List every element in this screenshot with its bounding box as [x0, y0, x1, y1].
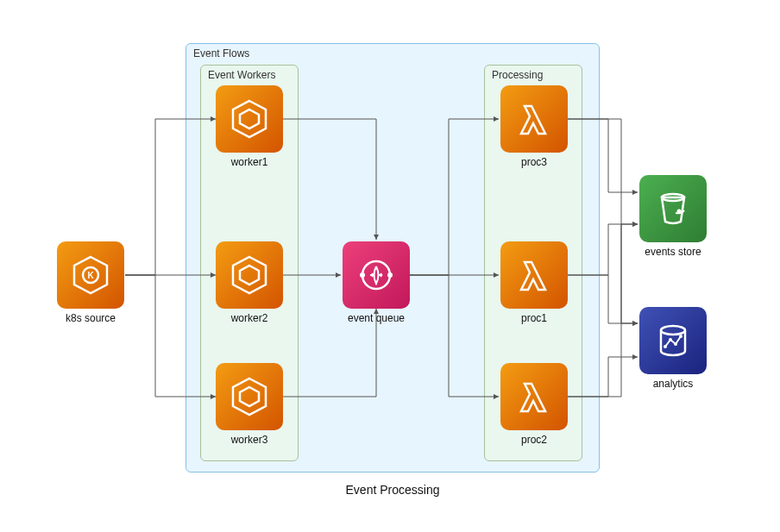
node-events-store: events store [639, 175, 707, 258]
group-event-flows-label: Event Flows [193, 47, 249, 59]
lambda-icon [500, 85, 568, 153]
eventbridge-icon [343, 241, 410, 309]
s3-icon [639, 175, 707, 242]
node-proc3-label: proc3 [500, 156, 568, 168]
svg-point-10 [360, 272, 365, 278]
svg-point-16 [669, 338, 672, 341]
ecs-icon [216, 363, 283, 430]
node-analytics: analytics [639, 307, 707, 390]
node-worker3: worker3 [216, 363, 283, 446]
node-k8s-source-label: k8s source [57, 312, 124, 324]
svg-marker-3 [233, 101, 266, 137]
ecs-icon [216, 85, 283, 153]
node-event-queue: event queue [343, 241, 410, 324]
node-worker3-label: worker3 [216, 434, 283, 446]
lambda-icon [500, 363, 568, 430]
node-proc2-label: proc2 [500, 434, 568, 446]
ecs-icon [216, 241, 283, 309]
node-event-queue-label: event queue [343, 312, 410, 324]
svg-point-18 [679, 335, 682, 338]
svg-marker-8 [240, 387, 259, 406]
node-worker1-label: worker1 [216, 156, 283, 168]
svg-point-17 [674, 342, 677, 346]
group-event-workers-label: Event Workers [208, 69, 275, 81]
svg-marker-7 [233, 379, 266, 415]
svg-marker-4 [240, 110, 259, 128]
node-worker2-label: worker2 [216, 312, 283, 324]
node-proc1-label: proc1 [500, 312, 568, 324]
lambda-icon [500, 241, 568, 309]
group-processing-label: Processing [492, 69, 543, 81]
svg-marker-6 [240, 266, 259, 285]
node-proc1: proc1 [500, 241, 568, 324]
svg-point-11 [387, 272, 393, 278]
eks-icon: K [57, 241, 124, 309]
node-analytics-label: analytics [639, 378, 707, 390]
node-worker1: worker1 [216, 85, 283, 168]
node-proc2: proc2 [500, 363, 568, 446]
svg-point-14 [661, 326, 685, 335]
svg-text:K: K [87, 271, 94, 280]
node-k8s-source: K k8s source [57, 241, 124, 324]
node-proc3: proc3 [500, 85, 568, 168]
svg-point-15 [664, 345, 667, 348]
node-events-store-label: events store [639, 246, 707, 258]
diagram-title: Event Processing [341, 483, 444, 497]
node-worker2: worker2 [216, 241, 283, 324]
analytics-icon [639, 307, 707, 374]
svg-marker-5 [233, 257, 266, 293]
